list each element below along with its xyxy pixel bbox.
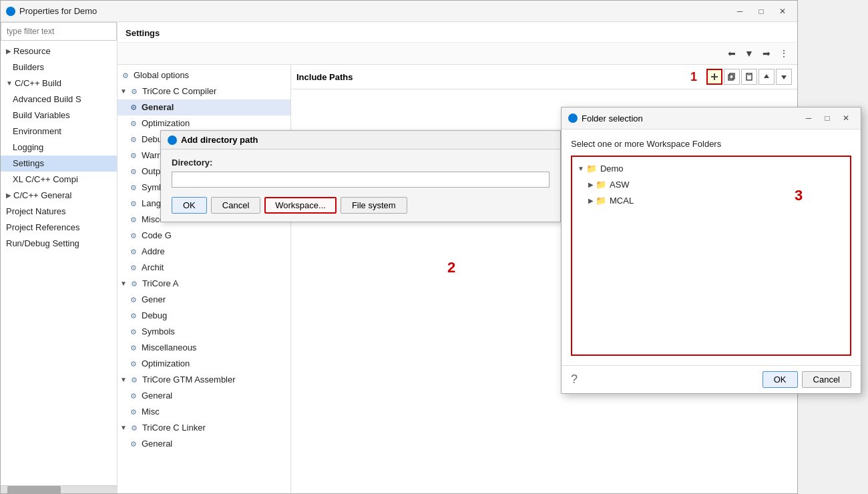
- sidebar-item-xl-cxx[interactable]: XL C/C++ Compi: [1, 172, 117, 188]
- mid-item-misc2[interactable]: ⚙ Miscellaneous: [118, 340, 290, 356]
- mid-item-optimization[interactable]: ⚙ Optimization: [118, 115, 290, 132]
- gear-icon: ⚙: [128, 391, 139, 401]
- mid-item-general2[interactable]: ⚙ Gener: [118, 292, 290, 308]
- back-button[interactable]: ⬅: [724, 45, 740, 61]
- mid-item-architecture[interactable]: ⚙ Archit: [118, 260, 290, 276]
- add-dir-header: Add directory path: [161, 131, 560, 150]
- sidebar-item-build-variables[interactable]: Build Variables: [1, 107, 117, 123]
- folder-ok-button[interactable]: OK: [763, 371, 798, 388]
- svg-rect-2: [728, 75, 733, 80]
- mid-item-label: TriCore C Compiler: [142, 85, 216, 98]
- mid-item-label: Optimization: [142, 117, 190, 130]
- sidebar-scrollbar[interactable]: [1, 485, 117, 493]
- mid-item-label: Gener: [142, 293, 166, 306]
- mid-item-global-options[interactable]: ⚙ Global options: [118, 67, 290, 83]
- compiler-icon: ⚙: [129, 375, 140, 385]
- sidebar-item-cxx-general[interactable]: ▶ C/C++ General: [1, 188, 117, 204]
- settings-heading: Settings: [118, 22, 797, 43]
- cancel-button[interactable]: Cancel: [211, 197, 260, 214]
- mid-item-symbols2[interactable]: ⚙ Symbols: [118, 324, 290, 340]
- mid-item-general[interactable]: ⚙ General: [118, 99, 290, 115]
- add-dir-title: Add directory path: [181, 135, 258, 145]
- mid-item-label: Miscellaneous: [142, 341, 196, 354]
- move-down-button[interactable]: [776, 69, 792, 85]
- chevron-down-icon: ▼: [120, 277, 127, 290]
- sidebar-item-run-debug[interactable]: Run/Debug Setting: [1, 236, 117, 252]
- sidebar-item-logging[interactable]: Logging: [1, 140, 117, 156]
- filter-input[interactable]: [1, 22, 117, 41]
- gear-icon: ⚙: [128, 310, 139, 321]
- chevron-down-icon: ▼: [120, 373, 127, 387]
- mid-item-general3[interactable]: ⚙ General: [118, 388, 290, 404]
- mid-item-label: General: [142, 437, 172, 451]
- folder-item-demo[interactable]: ▼ 📁 Demo: [575, 161, 847, 177]
- gear-icon: ⚙: [128, 214, 139, 225]
- chevron-right-icon: ▶: [6, 189, 11, 202]
- folder-footer-buttons: OK Cancel: [763, 371, 851, 388]
- compiler-icon: ⚙: [129, 86, 140, 97]
- mid-item-general4[interactable]: ⚙ General: [118, 436, 290, 452]
- mid-item-tricore-c-linker[interactable]: ▼ ⚙ TriCore C Linker: [118, 420, 290, 436]
- chevron-right-icon: ▶: [588, 178, 594, 192]
- copy-include-button[interactable]: [724, 69, 740, 85]
- forward-button[interactable]: ➡: [758, 45, 775, 61]
- mid-item-label: General: [142, 101, 174, 114]
- add-include-button[interactable]: [706, 69, 722, 85]
- sidebar-item-label: Settings: [13, 157, 44, 170]
- move-up-button[interactable]: [758, 69, 775, 85]
- sidebar-item-environment[interactable]: Environment: [1, 123, 117, 140]
- mid-item-label: Global options: [134, 69, 189, 82]
- folder-dialog-icon: [568, 113, 578, 123]
- mid-item-debug2[interactable]: ⚙ Debug: [118, 308, 290, 324]
- copy-icon: [728, 73, 736, 81]
- mid-item-opt2[interactable]: ⚙ Optimization: [118, 356, 290, 372]
- sidebar-item-builders[interactable]: Builders: [1, 59, 117, 75]
- maximize-button[interactable]: □: [752, 3, 771, 19]
- folder-dialog-maximize[interactable]: □: [819, 111, 835, 125]
- settings-title: Settings: [126, 28, 160, 38]
- sidebar-item-label: XL C/C++ Compi: [13, 173, 78, 186]
- folder-dialog-controls: ─ □ ✕: [801, 111, 854, 125]
- add-icon: [710, 73, 718, 81]
- nav-icons: ⬅ ▼ ➡ ⋮: [724, 45, 792, 61]
- mid-item-tricore-a[interactable]: ▼ ⚙ TriCore A: [118, 276, 290, 292]
- mid-item-tricore-c-compiler[interactable]: ▼ ⚙ TriCore C Compiler: [118, 83, 290, 99]
- folder-dialog-close[interactable]: ✕: [838, 111, 854, 125]
- folder-dialog-title-left: Folder selection: [568, 113, 643, 123]
- folder-item-asw[interactable]: ▶ 📁 ASW: [575, 177, 847, 193]
- ok-button[interactable]: OK: [172, 197, 207, 214]
- mid-item-misc3[interactable]: ⚙ Misc: [118, 404, 290, 420]
- sidebar-item-label: Logging: [13, 141, 43, 154]
- add-dir-body: Directory: OK Cancel Workspace... File s…: [161, 150, 560, 222]
- file-system-button[interactable]: File system: [341, 197, 407, 214]
- help-icon[interactable]: ?: [571, 373, 578, 387]
- workspace-button[interactable]: Workspace...: [264, 197, 337, 214]
- sidebar-item-advanced-build[interactable]: Advanced Build S: [1, 91, 117, 107]
- mid-item-label: Archit: [142, 261, 164, 274]
- sidebar-item-project-references[interactable]: Project References: [1, 220, 117, 236]
- close-button[interactable]: ✕: [773, 3, 792, 19]
- right-panel-icons: [706, 69, 792, 85]
- back-dropdown-button[interactable]: ▼: [741, 45, 757, 61]
- mid-item-address[interactable]: ⚙ Addre: [118, 244, 290, 260]
- paste-include-button[interactable]: [741, 69, 757, 85]
- add-directory-dialog: Add directory path Directory: OK Cancel …: [160, 130, 561, 222]
- chevron-down-icon: ▼: [6, 77, 13, 90]
- minimize-button[interactable]: ─: [730, 3, 749, 19]
- gear-icon: ⚙: [128, 118, 139, 129]
- sidebar-item-project-natures[interactable]: Project Natures: [1, 204, 117, 220]
- folder-item-mcal[interactable]: ▶ 📁 MCAL: [575, 193, 847, 209]
- title-bar-left: Properties for Demo: [6, 6, 97, 16]
- chevron-right-icon: ▶: [588, 194, 594, 208]
- mid-item-tricore-gtm[interactable]: ▼ ⚙ TriCore GTM Assembler: [118, 372, 290, 388]
- directory-input[interactable]: [172, 172, 550, 188]
- sidebar-item-cxx-build[interactable]: ▼ C/C++ Build: [1, 75, 117, 91]
- sidebar-item-settings[interactable]: Settings: [1, 156, 117, 172]
- mid-item-code[interactable]: ⚙ Code G: [118, 228, 290, 244]
- folder-cancel-button[interactable]: Cancel: [802, 371, 851, 388]
- more-button[interactable]: ⋮: [776, 45, 792, 61]
- folder-item-label: Demo: [600, 162, 624, 176]
- sidebar-item-resource[interactable]: ▶ Resource: [1, 43, 117, 59]
- gear-icon: ⚙: [128, 182, 139, 193]
- folder-dialog-minimize[interactable]: ─: [801, 111, 817, 125]
